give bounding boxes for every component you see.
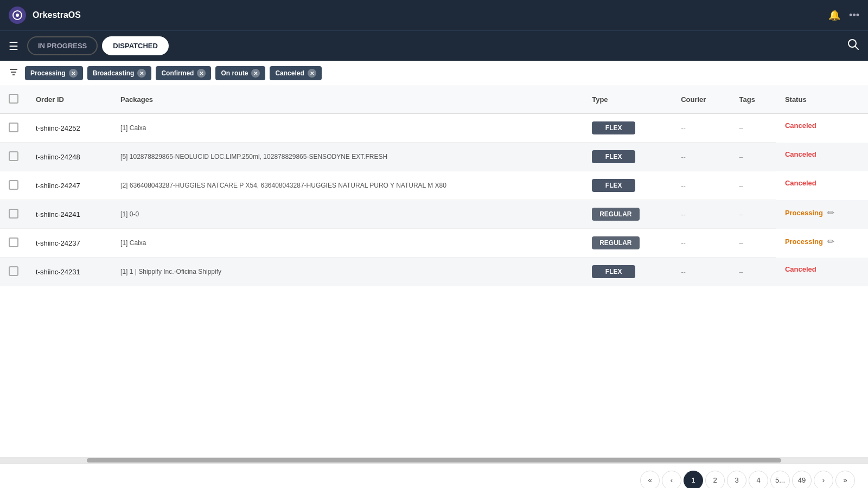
scrollbar-thumb[interactable] (87, 458, 781, 463)
row-checkbox-cell (0, 113, 27, 143)
edit-icon[interactable]: ✏ (827, 236, 834, 247)
row-checkbox-cell (0, 229, 27, 258)
row-order-id: t-shiinc-24231 (27, 258, 112, 286)
filter-tag-on-route-label: On route (221, 69, 248, 77)
header-right: 🔔 ••• (828, 9, 859, 21)
row-checkbox-cell (0, 258, 27, 286)
filter-tag-on-route-close[interactable]: ✕ (251, 69, 260, 78)
row-courier: -- (672, 229, 730, 258)
filter-tag-broadcasting-close[interactable]: ✕ (137, 69, 146, 78)
row-packages: [1] Caixa (112, 229, 583, 258)
page-1-button[interactable]: 1 (684, 471, 703, 489)
filter-tag-processing-close[interactable]: ✕ (69, 69, 78, 78)
page-ellipsis-button[interactable]: 5... (770, 471, 790, 489)
row-checkbox[interactable] (9, 209, 18, 219)
row-type: FLEX (583, 113, 672, 143)
hamburger-menu-icon[interactable]: ☰ (9, 40, 18, 53)
row-status: Canceled (776, 258, 868, 281)
row-order-id: t-shiinc-24237 (27, 229, 112, 258)
row-courier: -- (672, 258, 730, 286)
row-order-id: t-shiinc-24241 (27, 200, 112, 229)
row-checkbox[interactable] (9, 237, 18, 247)
row-type: FLEX (583, 143, 672, 171)
filter-tag-canceled[interactable]: Canceled ✕ (270, 66, 321, 80)
row-checkbox-cell (0, 200, 27, 229)
tab-in-progress[interactable]: IN PROGRESS (27, 36, 98, 55)
first-page-button[interactable]: « (640, 471, 660, 489)
row-order-id: t-shiinc-24247 (27, 171, 112, 200)
row-tags: – (731, 113, 776, 143)
table-header-row: Order ID Packages Type Courier Tags Stat… (0, 86, 868, 113)
row-type: REGULAR (583, 200, 672, 229)
filter-tag-broadcasting[interactable]: Broadcasting ✕ (87, 66, 152, 80)
row-status: Canceled (776, 171, 868, 195)
row-checkbox-cell (0, 171, 27, 200)
header-courier: Courier (672, 86, 730, 113)
row-courier: -- (672, 143, 730, 171)
app-header: OrkestraOS 🔔 ••• (0, 0, 868, 30)
row-tags: – (731, 143, 776, 171)
search-icon[interactable] (847, 38, 859, 53)
row-tags: – (731, 171, 776, 200)
row-type: FLEX (583, 171, 672, 200)
filter-tag-confirmed-close[interactable]: ✕ (197, 69, 206, 78)
row-tags: – (731, 229, 776, 258)
filter-tag-on-route[interactable]: On route ✕ (215, 66, 265, 80)
svg-line-3 (855, 46, 858, 49)
row-checkbox[interactable] (9, 151, 18, 161)
table-row: t-shiinc-24237 [1] Caixa REGULAR -- – Pr… (0, 229, 868, 258)
pagination-bar: « ‹ 1 2 3 4 5... 49 › » (0, 464, 868, 488)
filter-tag-processing-label: Processing (30, 69, 66, 77)
last-page-button[interactable]: » (835, 471, 855, 489)
horizontal-scrollbar[interactable] (0, 457, 868, 464)
filter-tag-canceled-label: Canceled (275, 69, 304, 77)
row-checkbox[interactable] (9, 266, 18, 276)
page-2-button[interactable]: 2 (705, 471, 725, 489)
row-packages: [5] 102878829865-NEOLUCID LOC.LIMP.250ml… (112, 143, 583, 171)
filter-tag-confirmed[interactable]: Confirmed ✕ (156, 66, 211, 80)
row-status: Processing ✏ (776, 200, 868, 226)
page-3-button[interactable]: 3 (727, 471, 746, 489)
header-checkbox-cell (0, 86, 27, 113)
app-title: OrkestraOS (33, 10, 81, 20)
row-type: FLEX (583, 258, 672, 286)
row-checkbox[interactable] (9, 180, 18, 190)
row-checkbox-cell (0, 143, 27, 171)
filter-icon[interactable] (9, 67, 18, 80)
header-tags: Tags (731, 86, 776, 113)
row-courier: -- (672, 113, 730, 143)
row-status: Canceled (776, 143, 868, 166)
row-tags: – (731, 258, 776, 286)
row-courier: -- (672, 200, 730, 229)
select-all-checkbox[interactable] (9, 94, 18, 104)
table-row: t-shiinc-24241 [1] 0-0 REGULAR -- – Proc… (0, 200, 868, 229)
row-packages: [1] 0-0 (112, 200, 583, 229)
row-order-id: t-shiinc-24252 (27, 113, 112, 143)
edit-icon[interactable]: ✏ (827, 208, 834, 218)
row-checkbox[interactable] (9, 123, 18, 132)
row-packages: [1] Caixa (112, 113, 583, 143)
filter-tag-processing[interactable]: Processing ✕ (25, 66, 83, 80)
filter-tag-confirmed-label: Confirmed (161, 69, 194, 77)
tab-dispatched[interactable]: DISPATCHED (102, 36, 169, 55)
page-4-button[interactable]: 4 (749, 471, 768, 489)
row-packages: [2] 636408043287-HUGGIES NATCARE P X54, … (112, 171, 583, 200)
table-row: t-shiinc-24252 [1] Caixa FLEX -- – Cance… (0, 113, 868, 143)
page-49-button[interactable]: 49 (792, 471, 812, 489)
orders-table-container: Order ID Packages Type Courier Tags Stat… (0, 86, 868, 457)
row-tags: – (731, 200, 776, 229)
svg-point-1 (16, 14, 19, 17)
app-logo (9, 7, 26, 24)
orders-table: Order ID Packages Type Courier Tags Stat… (0, 86, 868, 286)
row-order-id: t-shiinc-24248 (27, 143, 112, 171)
table-row: t-shiinc-24247 [2] 636408043287-HUGGIES … (0, 171, 868, 200)
next-page-button[interactable]: › (814, 471, 833, 489)
header-type: Type (583, 86, 672, 113)
main-toolbar: ☰ IN PROGRESS DISPATCHED (0, 30, 868, 61)
prev-page-button[interactable]: ‹ (662, 471, 681, 489)
row-packages: [1] 1 | Shippify Inc.-Oficina Shippify (112, 258, 583, 286)
bell-icon[interactable]: 🔔 (828, 9, 840, 21)
header-left: OrkestraOS (9, 7, 81, 24)
filter-tag-canceled-close[interactable]: ✕ (308, 69, 316, 78)
more-options-icon[interactable]: ••• (849, 10, 859, 21)
